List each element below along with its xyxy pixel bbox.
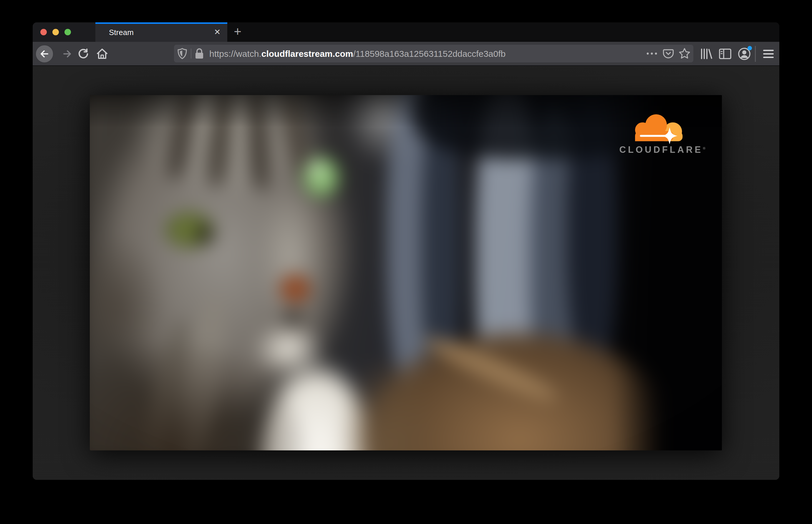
bookmark-star-button[interactable]: [677, 45, 692, 62]
tab-stream[interactable]: Stream ✕: [95, 22, 227, 42]
window-zoom-button[interactable]: [64, 29, 71, 35]
back-button[interactable]: [35, 45, 54, 63]
browser-window: Stream ✕ +: [33, 22, 779, 480]
lock-icon: [194, 48, 204, 60]
window-minimize-button[interactable]: [52, 29, 59, 35]
pocket-icon: [663, 48, 674, 59]
sidebar-icon: [719, 48, 732, 60]
home-icon: [95, 47, 109, 61]
toolbar-divider: [755, 46, 756, 62]
library-button[interactable]: [699, 42, 714, 66]
page-actions-button[interactable]: [644, 45, 660, 62]
shield-icon: [177, 48, 188, 60]
tab-close-icon[interactable]: ✕: [210, 22, 225, 42]
menu-button[interactable]: [760, 42, 777, 66]
back-icon: [38, 48, 50, 60]
page-content: CLOUDFLARE®: [33, 67, 779, 480]
url-prefix: https://watch.: [209, 49, 261, 59]
ellipsis-icon: [646, 52, 658, 55]
hamburger-icon: [763, 49, 774, 58]
account-button[interactable]: [736, 42, 752, 66]
macos-titlebar: [33, 22, 95, 42]
library-icon: [700, 48, 713, 60]
reload-button[interactable]: [75, 42, 92, 66]
video-player[interactable]: CLOUDFLARE®: [90, 95, 722, 451]
url-domain: cloudflarestream.com: [261, 49, 353, 59]
reload-icon: [77, 47, 90, 60]
trademark-mark: ®: [703, 146, 705, 150]
cloudflare-watermark: CLOUDFLARE®: [608, 112, 705, 155]
site-security-button[interactable]: [192, 45, 206, 62]
forward-button[interactable]: [58, 42, 76, 66]
navigation-toolbar: https://watch.cloudflarestream.com/11859…: [33, 42, 779, 66]
sidebar-button[interactable]: [717, 42, 733, 66]
tab-title: Stream: [109, 22, 134, 42]
account-notification-badge: [748, 46, 752, 50]
tracking-protection-button[interactable]: [176, 45, 189, 62]
screen: Stream ✕ +: [0, 0, 812, 524]
pocket-button[interactable]: [661, 45, 676, 62]
url-display[interactable]: https://watch.cloudflarestream.com/11859…: [209, 45, 505, 62]
url-bar[interactable]: https://watch.cloudflarestream.com/11859…: [174, 45, 693, 62]
home-button[interactable]: [93, 42, 111, 66]
forward-icon: [61, 48, 73, 60]
tab-bar: Stream ✕ +: [33, 22, 779, 42]
window-close-button[interactable]: [40, 29, 47, 35]
new-tab-button[interactable]: +: [229, 22, 246, 42]
star-icon: [678, 47, 691, 60]
cloudflare-wordmark: CLOUDFLARE®: [608, 145, 705, 155]
cloudflare-cloud-icon: [610, 112, 705, 144]
urlbar-divider: [191, 49, 191, 59]
url-path: /118598a163a125631152ddaccfe3a0fb: [353, 49, 506, 59]
